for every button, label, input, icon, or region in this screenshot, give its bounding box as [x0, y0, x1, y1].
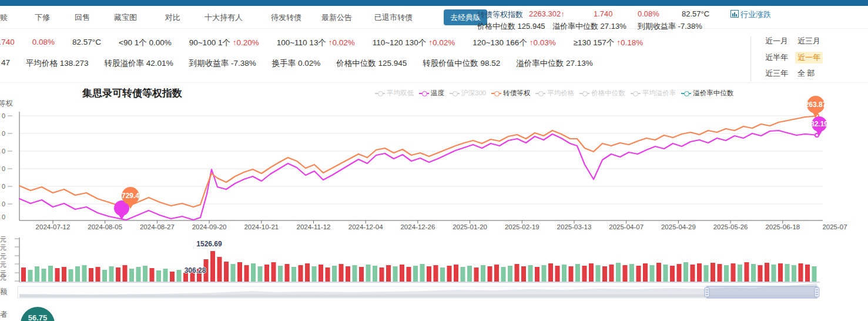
volume-bar [299, 265, 303, 282]
volume-bar [150, 268, 155, 282]
volume-bar [386, 265, 391, 282]
period-近一年[interactable]: 近一年 [795, 52, 823, 63]
volume-bar [258, 266, 263, 282]
legend-marker-icon [535, 91, 545, 96]
volume-bar [305, 263, 310, 282]
volume-tick-partial-2: 元 [0, 252, 6, 261]
nav-item-1[interactable]: 下修 [35, 12, 50, 23]
volume-bar [177, 270, 182, 282]
index-change-pct: 0.08% [638, 9, 659, 18]
nav-item-0[interactable]: 强赎 [0, 12, 8, 23]
volume-bar [778, 263, 783, 282]
index-label: 转债等权指数 [477, 9, 523, 20]
volume-bar [48, 266, 53, 282]
legend-label: 平均溢价率 [642, 89, 676, 98]
nav-item-2[interactable]: 回售 [75, 12, 90, 23]
x-axis-label-15: 2025-07 [822, 223, 847, 230]
legend-item-0[interactable]: 平均双低 [375, 89, 414, 98]
legend-item-4[interactable]: 平均价格 [535, 89, 574, 98]
datazoom-track [18, 286, 818, 298]
divider [0, 82, 868, 83]
volume-bar [231, 264, 236, 282]
volume-bar [691, 265, 695, 282]
volume-bar [264, 265, 269, 282]
period-近半年[interactable]: 近半年 [763, 52, 790, 63]
legend-label: 平均价格 [547, 89, 574, 98]
volume-bar [643, 263, 648, 282]
volume-max-label: 1526.69 [196, 240, 222, 248]
datazoom-window[interactable] [707, 286, 817, 298]
bucket-1: 90~100 1个 ↑0.20% [189, 38, 259, 48]
volume-bar [535, 267, 539, 282]
volume-bar [548, 263, 553, 282]
volume-bar [55, 268, 60, 282]
y-tick-partial-4: 0 [2, 183, 5, 190]
y-tick-partial-1: 0 [2, 130, 5, 137]
volume-min-label: 306.28 [185, 266, 206, 275]
legend-item-2[interactable]: 沪深300 [450, 89, 486, 98]
volume-bar [555, 266, 560, 282]
temp-low-pin-icon [118, 214, 125, 220]
datazoom-handle-left[interactable] [705, 287, 709, 297]
partial-pct: 0.08% [32, 38, 55, 48]
volume-bar [656, 263, 661, 282]
nav-item-8[interactable]: 已退市转债 [374, 12, 413, 23]
volume-bar [677, 264, 682, 282]
legend-item-3[interactable]: 转债等权 [491, 89, 530, 98]
summary-stat-1: 转股溢价率 42.01% [105, 58, 173, 69]
nav-item-6[interactable]: 待发转债 [271, 12, 301, 23]
legend-label: 沪深300 [461, 89, 486, 98]
volume-bar [765, 263, 769, 282]
index-high-pin-icon [807, 96, 825, 113]
nav-item-3[interactable]: 藏宝图 [114, 12, 137, 23]
volume-bar [359, 267, 364, 282]
period-近一月[interactable]: 近一月 [763, 35, 790, 47]
volume-bar [731, 263, 736, 282]
legend-label: 溢价率中位数 [693, 89, 733, 98]
volume-bar [799, 263, 803, 282]
volume-bar [467, 266, 472, 282]
volume-bar [210, 251, 215, 282]
legend-marker-icon [419, 91, 429, 96]
volume-bar [758, 265, 763, 282]
legend-item-1[interactable]: 温度 [419, 89, 444, 98]
industry-link[interactable]: 行业涨跌 [730, 9, 771, 20]
x-axis-label-2: 2024-08-27 [140, 223, 175, 230]
temp-low-pin-icon [114, 200, 129, 216]
legend-marker-icon [375, 91, 385, 96]
volume-bar [380, 268, 384, 282]
legend-item-7[interactable]: 溢价率中位数 [681, 89, 733, 98]
bucket-0: <90 1个 0.00% [119, 38, 172, 48]
volume-bar [528, 265, 533, 282]
x-axis-label-8: 2025-01-20 [453, 223, 487, 230]
volume-bar [488, 266, 492, 282]
legend-marker-icon [681, 91, 691, 96]
legend-label: 价格中位数 [591, 89, 625, 98]
index-value: 2263.302↑ [529, 9, 565, 18]
volume-bar [400, 265, 404, 282]
period-近三月[interactable]: 近三月 [795, 35, 823, 47]
nav-item-5[interactable]: 十大持有人 [205, 12, 243, 23]
period-全 部[interactable]: 全 部 [795, 68, 817, 79]
volume-bar [501, 267, 506, 282]
volume-bar [596, 265, 601, 282]
datazoom-handle-right[interactable] [815, 287, 819, 297]
index-temperature: 82.57°C [682, 9, 709, 18]
legend-item-5[interactable]: 价格中位数 [579, 89, 625, 98]
volume-bar [582, 266, 587, 282]
nav-item-4[interactable]: 对比 [165, 12, 180, 23]
volume-bar [420, 264, 425, 282]
volume-bar [312, 266, 317, 282]
volume-bar [163, 269, 168, 282]
x-axis-label-10: 2025-03-13 [557, 223, 592, 230]
nav-item-7[interactable]: 最新公告 [321, 12, 352, 23]
volume-bar [217, 257, 222, 282]
volume-bar [711, 263, 715, 282]
temp-current-pin-label: 82.19 [810, 120, 828, 128]
x-axis-label-6: 2024-12-04 [348, 223, 383, 230]
legend-item-6[interactable]: 平均溢价率 [631, 89, 676, 98]
period-近三年[interactable]: 近三年 [763, 68, 790, 79]
volume-bar [224, 262, 229, 282]
x-axis-label-4: 2024-10-21 [244, 223, 279, 230]
x-axis-label-3: 2024-09-20 [192, 223, 227, 230]
